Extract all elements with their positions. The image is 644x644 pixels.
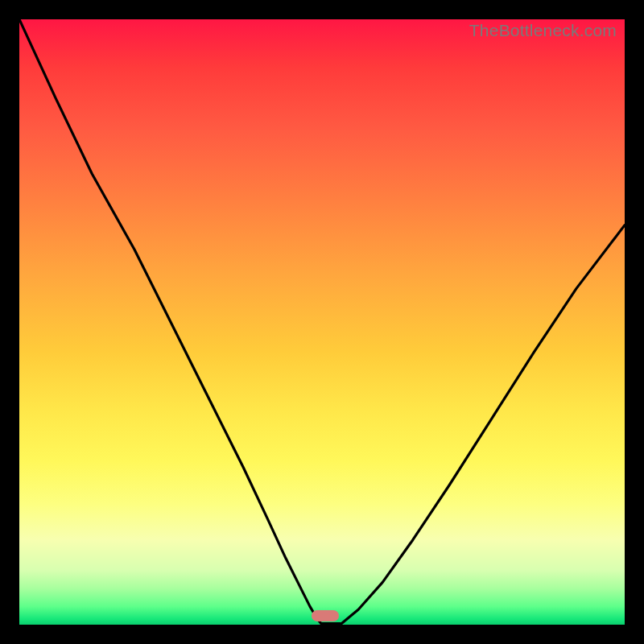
plot-area: TheBottleneck.com bbox=[19, 19, 625, 625]
chart-frame: TheBottleneck.com bbox=[0, 0, 644, 644]
bottleneck-curve bbox=[19, 19, 625, 625]
optimal-marker bbox=[312, 610, 339, 621]
